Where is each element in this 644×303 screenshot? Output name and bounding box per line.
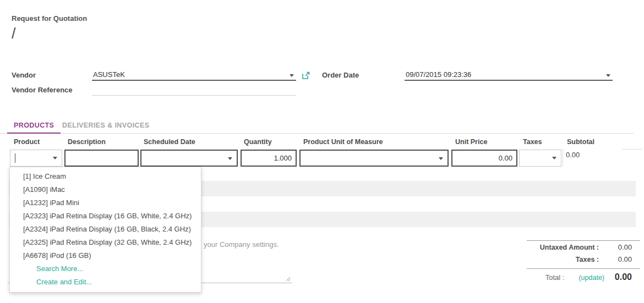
taxes-input[interactable] xyxy=(519,150,561,167)
uom-input[interactable] xyxy=(299,150,449,167)
order-date-label: Order Date xyxy=(322,71,359,79)
scheduled-date-input-field[interactable] xyxy=(141,151,237,166)
dropdown-item[interactable]: [A1090] iMac xyxy=(10,183,201,196)
create-and-edit-link[interactable]: Create and Edit... xyxy=(10,276,201,289)
chevron-down-icon xyxy=(53,157,57,159)
vendor-reference-field[interactable] xyxy=(92,85,296,96)
uom-input-field[interactable] xyxy=(301,151,447,166)
untaxed-amount-label: Untaxed Amount : xyxy=(540,244,599,251)
doc-type-label: Request for Quotation xyxy=(12,14,87,23)
vendor-reference-label: Vendor Reference xyxy=(12,86,73,94)
tab-deliveries-invoices[interactable]: DELIVERIES & INVOICES xyxy=(62,122,149,134)
chevron-down-icon xyxy=(552,157,556,159)
column-header-unit-price: Unit Price xyxy=(455,138,487,146)
resize-handle-icon[interactable] xyxy=(285,276,291,282)
column-header-scheduled-date: Scheduled Date xyxy=(144,138,195,146)
dropdown-item[interactable]: [A1232] iPad Mini xyxy=(10,196,201,210)
tab-products[interactable]: PRODUCTS xyxy=(7,122,61,134)
text-cursor xyxy=(15,153,15,163)
unit-price-input[interactable] xyxy=(451,150,517,167)
search-more-link[interactable]: Search More... xyxy=(10,262,201,276)
column-header-quantity: Quantity xyxy=(244,138,272,146)
column-header-product: Product xyxy=(14,138,40,146)
scheduled-date-input[interactable] xyxy=(140,150,238,167)
dropdown-item[interactable]: [A2324] iPad Retina Display (16 GB, Blac… xyxy=(10,223,201,236)
dropdown-item[interactable]: [A2323] iPad Retina Display (16 GB, Whit… xyxy=(10,210,201,223)
product-dropdown: [1] Ice Cream [A1090] iMac [A1232] iPad … xyxy=(9,167,201,293)
row-end-cell xyxy=(622,149,642,166)
dropdown-item[interactable]: [A2325] iPad Retina Display (32 GB, Whit… xyxy=(10,236,201,249)
totals-panel: Untaxed Amount : 0.00 Taxes : 0.00 Total… xyxy=(527,240,640,283)
external-link-icon[interactable] xyxy=(302,71,310,79)
company-settings-note: your Company settings. xyxy=(204,240,279,249)
taxes-label: Taxes : xyxy=(576,256,599,263)
record-name: / xyxy=(12,25,16,42)
total-row: Total : (update) 0.00 xyxy=(527,269,640,283)
total-value: 0.00 xyxy=(611,272,632,282)
vendor-value: ASUSTeK xyxy=(93,70,125,79)
description-input-field[interactable] xyxy=(66,151,138,166)
order-date-value: 09/07/2015 09:23:36 xyxy=(406,70,471,79)
column-header-uom: Product Unit of Measure xyxy=(303,138,383,146)
quantity-input[interactable] xyxy=(241,150,297,167)
chevron-down-icon xyxy=(290,74,294,77)
column-header-taxes: Taxes xyxy=(523,138,542,146)
untaxed-amount-value: 0.00 xyxy=(599,243,632,251)
taxes-value: 0.00 xyxy=(599,255,632,263)
notebook-tabbar: PRODUCTS DELIVERIES & INVOICES xyxy=(0,120,634,134)
chevron-down-icon xyxy=(439,157,443,160)
unit-price-input-field[interactable] xyxy=(452,151,516,166)
order-date-field[interactable]: 09/07/2015 09:23:36 xyxy=(405,70,613,81)
taxes-row: Taxes : 0.00 xyxy=(527,253,640,265)
column-header-subtotal: Subtotal xyxy=(567,138,594,146)
total-label: Total : xyxy=(545,273,565,282)
description-input[interactable] xyxy=(64,150,139,167)
vendor-field[interactable]: ASUSTeK xyxy=(92,70,296,81)
dropdown-item[interactable]: [1] Ice Cream xyxy=(10,170,201,183)
vendor-label: Vendor xyxy=(12,71,36,79)
untaxed-amount-row: Untaxed Amount : 0.00 xyxy=(527,241,640,253)
quantity-input-field[interactable] xyxy=(242,151,296,166)
dropdown-item[interactable]: [A6678] iPod (16 GB) xyxy=(10,249,201,262)
subtotal-cell: 0.00 xyxy=(563,149,618,166)
column-header-description: Description xyxy=(68,138,106,146)
chevron-down-icon xyxy=(606,74,610,77)
product-input[interactable] xyxy=(10,150,62,167)
chevron-down-icon xyxy=(228,157,232,160)
update-total-link[interactable]: (update) xyxy=(578,274,604,282)
